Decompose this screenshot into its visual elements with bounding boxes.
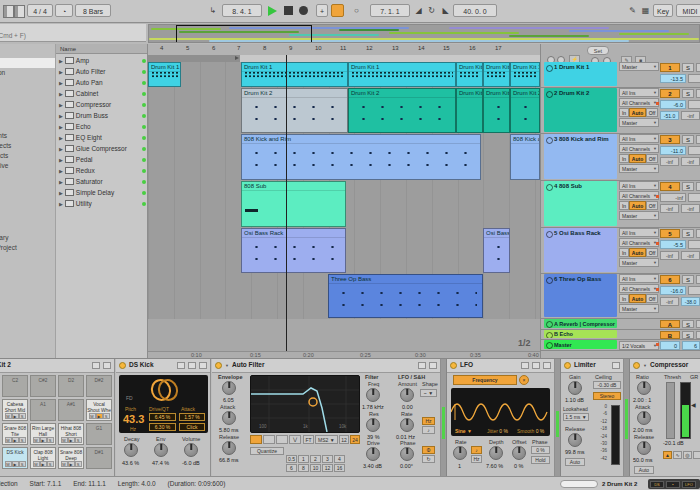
pad-mute-button[interactable]: M bbox=[61, 461, 68, 467]
cue-out-routing[interactable]: 1/2 Vocals▼ bbox=[619, 341, 659, 350]
edit-icon[interactable] bbox=[188, 362, 196, 369]
browser-device-row[interactable]: ▶Simple Delay bbox=[56, 187, 148, 198]
track-lane-drum-kit-1[interactable]: Drum Kit 1Drum Kit 1Drum Kit 1Drum Kit 1… bbox=[148, 62, 540, 89]
attack-knob[interactable] bbox=[637, 411, 651, 425]
threshold-handle-icon[interactable]: ◀ bbox=[691, 401, 696, 408]
ratio-knob[interactable] bbox=[637, 381, 651, 395]
device-on-led[interactable] bbox=[119, 362, 126, 369]
volume-value[interactable]: -16.0 bbox=[660, 286, 686, 295]
track-number[interactable]: 1 bbox=[660, 63, 680, 72]
pad-mute-button[interactable]: M bbox=[61, 437, 68, 443]
expand-arrow-icon[interactable]: ▶ bbox=[59, 124, 63, 130]
return-track-b-header[interactable]: B Echo BS bbox=[541, 330, 700, 340]
output-routing[interactable]: Master▼ bbox=[619, 211, 659, 220]
drum-pad[interactable]: Vocal Shout WheM▶S bbox=[86, 399, 112, 421]
lfo-rate-knob[interactable] bbox=[453, 446, 467, 460]
pad-play-button[interactable]: ▶ bbox=[12, 437, 19, 443]
arrangement-overview[interactable] bbox=[148, 24, 700, 43]
filter-display[interactable]: 100 1k 10k bbox=[250, 375, 360, 433]
clip[interactable]: Drum Kit 2 bbox=[348, 88, 456, 133]
track-name[interactable]: 6 Three Op Bass bbox=[544, 274, 617, 317]
session-record-icon[interactable]: ○ bbox=[350, 4, 363, 17]
attack-knob[interactable] bbox=[222, 411, 236, 425]
crossfade-box[interactable] bbox=[696, 229, 700, 238]
track-name[interactable]: 1 Drum Kit 1 bbox=[544, 62, 617, 86]
send-a-value[interactable]: -inf bbox=[660, 204, 679, 213]
expand-arrow-icon[interactable]: ▶ bbox=[59, 91, 63, 97]
drum-pad[interactable]: D#2 bbox=[86, 375, 112, 397]
drum-rack-title-bar[interactable]: Drum Kit 2 bbox=[0, 359, 114, 373]
sidebar-item[interactable]: MIDI Effects bbox=[0, 151, 55, 161]
click-button[interactable]: Click bbox=[179, 423, 205, 431]
clip[interactable]: Drum Kit 2 bbox=[241, 88, 348, 133]
expand-arrow-icon[interactable]: ▶ bbox=[59, 69, 63, 75]
ds-kick-title-bar[interactable]: DS Kick bbox=[116, 359, 210, 373]
hold-button[interactable]: Hold bbox=[531, 456, 550, 464]
track-number[interactable]: 6 bbox=[660, 275, 680, 284]
track-header-4[interactable]: 4 808 Sub All Ins▼ All Channels▼ InAutoO… bbox=[541, 181, 700, 228]
map-target-button[interactable]: Frequency bbox=[453, 375, 517, 385]
drive-value[interactable]: 6.45 % bbox=[149, 413, 176, 421]
pad-play-button[interactable]: ▶ bbox=[40, 437, 47, 443]
drum-pad[interactable]: Snare 808 DeepM▶S bbox=[58, 447, 84, 469]
pad-play-button[interactable]: ▶ bbox=[12, 461, 19, 467]
pan-box[interactable] bbox=[688, 74, 700, 83]
track-header-5[interactable]: 5 Osi Bass Rack All Ins▼ All Channels▼ I… bbox=[541, 228, 700, 274]
expand-arrow-icon[interactable]: ▶ bbox=[59, 102, 63, 108]
overview-viewport-box[interactable] bbox=[176, 25, 312, 43]
track-name[interactable]: 4 808 Sub bbox=[544, 181, 617, 226]
rate-hz-button[interactable]: Hz bbox=[471, 455, 482, 463]
volume-value[interactable]: -13.5 bbox=[660, 74, 686, 83]
freq-knob[interactable] bbox=[366, 388, 380, 402]
quantize-button[interactable]: Quantize bbox=[250, 447, 284, 455]
expand-mode-icon[interactable]: ◎ bbox=[683, 451, 692, 459]
track-header-6[interactable]: 6 Three Op Bass All Ins▼ All Channels▼ I… bbox=[541, 274, 700, 319]
compressor-title-bar[interactable]: ▼ Compressor bbox=[630, 359, 700, 373]
pad-solo-button[interactable]: S bbox=[47, 461, 54, 467]
track-header-3[interactable]: 3 808 Kick and Rim All Ins▼ All Channels… bbox=[541, 134, 700, 181]
pan-value[interactable]: 6 bbox=[682, 341, 700, 350]
browser-device-row[interactable]: ▶Glue Compressor bbox=[56, 143, 148, 154]
save-preset-icon[interactable] bbox=[199, 362, 207, 369]
track-activator-icon[interactable] bbox=[546, 184, 553, 191]
expand-arrow-icon[interactable]: ▶ bbox=[59, 80, 63, 86]
return-track-a-header[interactable]: A Reverb | Compressor AS bbox=[541, 319, 700, 330]
input-channel[interactable]: All Channels▼ bbox=[619, 191, 659, 200]
save-preset-icon[interactable] bbox=[429, 362, 437, 369]
input-channel[interactable]: All Channels▼ bbox=[619, 144, 659, 153]
play-button[interactable] bbox=[268, 6, 277, 16]
expand-arrow-icon[interactable]: ▶ bbox=[59, 157, 63, 163]
clip[interactable]: Three Op Bass bbox=[328, 274, 483, 318]
output-routing[interactable]: Master▼ bbox=[619, 164, 659, 173]
quantize-value-button[interactable]: 10 bbox=[310, 464, 321, 472]
volume-value[interactable]: 0 bbox=[660, 341, 680, 350]
browser-search-input[interactable]: Search (Cmd + F) bbox=[0, 24, 146, 42]
loop-start[interactable]: 7. 1. 1 bbox=[370, 4, 410, 17]
crossfade-box[interactable] bbox=[696, 89, 700, 98]
time-signature[interactable]: 4 / 4 bbox=[27, 4, 53, 17]
rate-hz-button[interactable]: Hz bbox=[422, 417, 435, 425]
track-number[interactable]: 2 bbox=[660, 89, 680, 98]
clip[interactable]: 808 Kick and bbox=[510, 134, 540, 180]
time-ruler[interactable]: 0:100:150:200:250:300:350:40 bbox=[148, 351, 540, 358]
drive-knob[interactable] bbox=[366, 447, 380, 461]
track-lane-808-kick[interactable]: 808 Kick and Rim808 Kick and bbox=[148, 134, 540, 182]
drum-pad[interactable]: D#1 bbox=[86, 447, 112, 469]
browser-device-row[interactable]: ▶Echo bbox=[56, 121, 148, 132]
drum-pad[interactable]: Hihat 808 ShortM▶S bbox=[58, 423, 84, 445]
track-activator-icon[interactable] bbox=[546, 231, 553, 238]
quantize-value-button[interactable]: 16 bbox=[334, 464, 345, 472]
phase-value-box[interactable]: 0 % bbox=[531, 446, 550, 454]
browser-device-row[interactable]: ▶Utility bbox=[56, 198, 148, 209]
attack-value[interactable]: 1.57 % bbox=[179, 413, 205, 421]
rate-sync-button[interactable]: ♪ bbox=[422, 426, 435, 434]
lfo-phase-knob[interactable] bbox=[400, 447, 414, 461]
pad-mute-button[interactable]: M bbox=[5, 413, 12, 419]
track-header-1[interactable]: 1 Drum Kit 1 Master▼ 1S -13.5 bbox=[541, 62, 700, 88]
arrangement-area[interactable]: 4567891011121314151617 Drum Kit 1Drum Ki… bbox=[148, 44, 540, 358]
notch-filter-button[interactable]: ⋁ bbox=[289, 435, 301, 444]
release-knob[interactable] bbox=[637, 441, 651, 455]
spin-mode-button[interactable]: ↻ bbox=[422, 455, 435, 463]
volume-value[interactable]: -inf bbox=[660, 193, 686, 202]
arrangement-position[interactable]: 8. 4. 1 bbox=[222, 4, 262, 17]
